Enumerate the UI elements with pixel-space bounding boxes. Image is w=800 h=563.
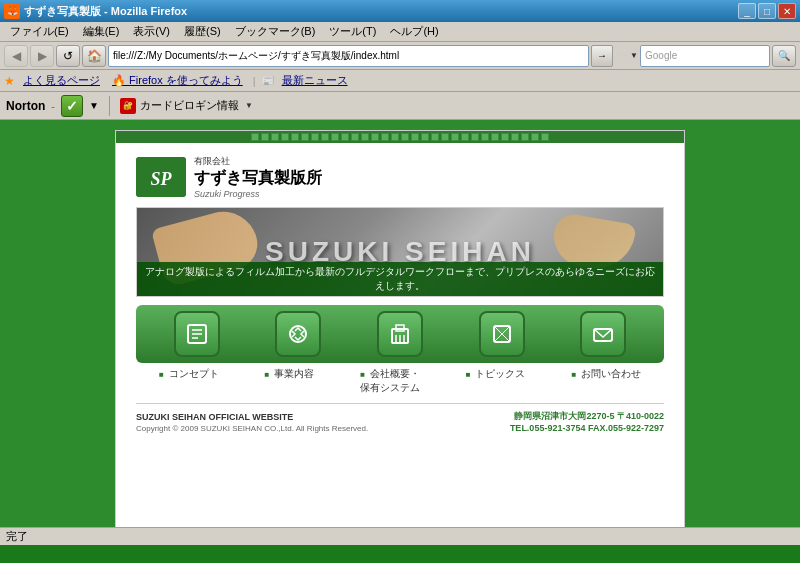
nav-label-company[interactable]: ■ 会社概要・保有システム	[360, 367, 420, 395]
contact-icon[interactable]	[580, 311, 626, 357]
menu-bookmarks[interactable]: ブックマーク(B)	[229, 22, 322, 41]
deco-sq	[331, 133, 339, 141]
svg-text:SP: SP	[150, 169, 172, 189]
minimize-button[interactable]: _	[738, 3, 756, 19]
deco-sq	[401, 133, 409, 141]
site-top-bar	[116, 131, 684, 143]
search-icon: Google	[645, 50, 677, 61]
deco-sq	[501, 133, 509, 141]
website-frame: SP 有限会社 すずき写真製版所 Suzuki Progress SUZUKI …	[115, 130, 685, 545]
nav-label-topics[interactable]: ■ トピックス	[466, 367, 526, 395]
nav-label-contact[interactable]: ■ お問い合わせ	[571, 367, 641, 395]
address-text: file:///Z:/My Documents/ホームページ/すずき写真製版/i…	[113, 49, 399, 63]
concept-icon[interactable]	[174, 311, 220, 357]
deco-sq	[301, 133, 309, 141]
site-logo: SP 有限会社 すずき写真製版所 Suzuki Progress	[136, 155, 664, 199]
menu-history[interactable]: 履歴(S)	[178, 22, 227, 41]
firefox-icon: 🦊	[4, 3, 20, 19]
norton-card-button[interactable]: 🔐 カードビロギン情報 ▼	[120, 98, 253, 114]
deco-sq	[541, 133, 549, 141]
deco-sq	[531, 133, 539, 141]
norton-dash: -	[51, 100, 55, 112]
nav-icon-concept[interactable]	[174, 311, 220, 357]
navigation-bar: ◀ ▶ ↺ 🏠 file:///Z:/My Documents/ホームページ/す…	[0, 42, 800, 70]
deco-sq	[391, 133, 399, 141]
status-text: 完了	[6, 529, 758, 544]
deco-sq	[271, 133, 279, 141]
reload-button[interactable]: ↺	[56, 45, 80, 67]
dropdown-arrow[interactable]: ▼	[630, 51, 638, 60]
deco-sq	[511, 133, 519, 141]
footer-copyright: Copyright © 2009 SUZUKI SEIHAN CO.,Ltd. …	[136, 424, 368, 433]
decoration-squares	[251, 133, 549, 141]
deco-sq	[261, 133, 269, 141]
business-icon[interactable]	[275, 311, 321, 357]
topics-icon[interactable]	[479, 311, 525, 357]
menu-help[interactable]: ヘルプ(H)	[384, 22, 444, 41]
menu-tools[interactable]: ツール(T)	[323, 22, 382, 41]
menu-file[interactable]: ファイル(E)	[4, 22, 75, 41]
footer-right: 静岡県沼津市大岡2270-5 〒410-0022 TEL.055-921-375…	[510, 410, 664, 433]
status-bar: 完了	[0, 527, 800, 545]
address-bar[interactable]: file:///Z:/My Documents/ホームページ/すずき写真製版/i…	[108, 45, 589, 67]
menu-edit[interactable]: 編集(E)	[77, 22, 126, 41]
logo-company: 有限会社	[194, 155, 322, 168]
menu-view[interactable]: 表示(V)	[127, 22, 176, 41]
nav-label-concept-text: コンセプト	[169, 368, 219, 379]
deco-sq	[521, 133, 529, 141]
go-button[interactable]: →	[591, 45, 613, 67]
logo-sub: Suzuki Progress	[194, 189, 322, 199]
deco-sq	[471, 133, 479, 141]
footer-title: SUZUKI SEIHAN OFFICIAL WEBSITE	[136, 412, 368, 422]
deco-sq	[481, 133, 489, 141]
back-button[interactable]: ◀	[4, 45, 28, 67]
norton-check-button[interactable]: ✓	[61, 95, 83, 117]
site-header: SP 有限会社 すずき写真製版所 Suzuki Progress	[116, 143, 684, 207]
menu-bar: ファイル(E) 編集(E) 表示(V) 履歴(S) ブックマーク(B) ツール(…	[0, 22, 800, 42]
company-icon[interactable]	[377, 311, 423, 357]
nav-icon-topics[interactable]	[479, 311, 525, 357]
bookmark-firefox[interactable]: 🔥 Firefox を使ってみよう	[108, 71, 247, 90]
bookmark-favorites[interactable]: よく見るページ	[19, 71, 104, 90]
footer-left: SUZUKI SEIHAN OFFICIAL WEBSITE Copyright…	[136, 412, 368, 433]
deco-sq	[321, 133, 329, 141]
logo-icon: SP	[136, 157, 186, 197]
nav-label-business[interactable]: ■ 事業内容	[264, 367, 314, 395]
bookmarks-icon: ★	[4, 74, 15, 88]
dot-icon: ■	[571, 370, 576, 379]
star-icon: ☆	[615, 48, 628, 64]
deco-sq	[451, 133, 459, 141]
close-button[interactable]: ✕	[778, 3, 796, 19]
dot-icon: ■	[264, 370, 269, 379]
forward-button[interactable]: ▶	[30, 45, 54, 67]
nav-icon-contact[interactable]	[580, 311, 626, 357]
norton-separator	[109, 96, 110, 116]
deco-sq	[341, 133, 349, 141]
footer-row: SUZUKI SEIHAN OFFICIAL WEBSITE Copyright…	[136, 410, 664, 433]
footer-address: 静岡県沼津市大岡2270-5 〒410-0022	[510, 410, 664, 423]
window-controls: _ □ ✕	[738, 3, 796, 19]
hero-caption: アナログ製版によるフィルム加工から最新のフルデジタルワークフローまで、プリプレス…	[137, 262, 663, 296]
search-button[interactable]: 🔍	[772, 45, 796, 67]
home-button[interactable]: 🏠	[82, 45, 106, 67]
norton-label: Norton	[6, 99, 45, 113]
nav-label-company-text: 会社概要・保有システム	[360, 368, 420, 393]
search-input[interactable]: Google	[640, 45, 770, 67]
deco-sq	[251, 133, 259, 141]
maximize-button[interactable]: □	[758, 3, 776, 19]
nav-icon-business[interactable]	[275, 311, 321, 357]
norton-card-icon: 🔐	[120, 98, 136, 114]
deco-sq	[351, 133, 359, 141]
deco-sq	[421, 133, 429, 141]
deco-sq	[371, 133, 379, 141]
footer-fax: FAX.055-922-7297	[588, 423, 664, 433]
deco-sq	[491, 133, 499, 141]
bookmark-news[interactable]: 最新ニュース	[278, 71, 352, 90]
norton-card-dropdown-arrow[interactable]: ▼	[245, 101, 253, 110]
window-title: すずき写真製版 - Mozilla Firefox	[24, 4, 187, 19]
norton-dropdown-arrow[interactable]: ▼	[89, 100, 99, 111]
nav-icon-company[interactable]	[377, 311, 423, 357]
nav-label-concept[interactable]: ■ コンセプト	[159, 367, 219, 395]
deco-sq	[431, 133, 439, 141]
bookmarks-bar: ★ よく見るページ 🔥 Firefox を使ってみよう | 📰 最新ニュース	[0, 70, 800, 92]
